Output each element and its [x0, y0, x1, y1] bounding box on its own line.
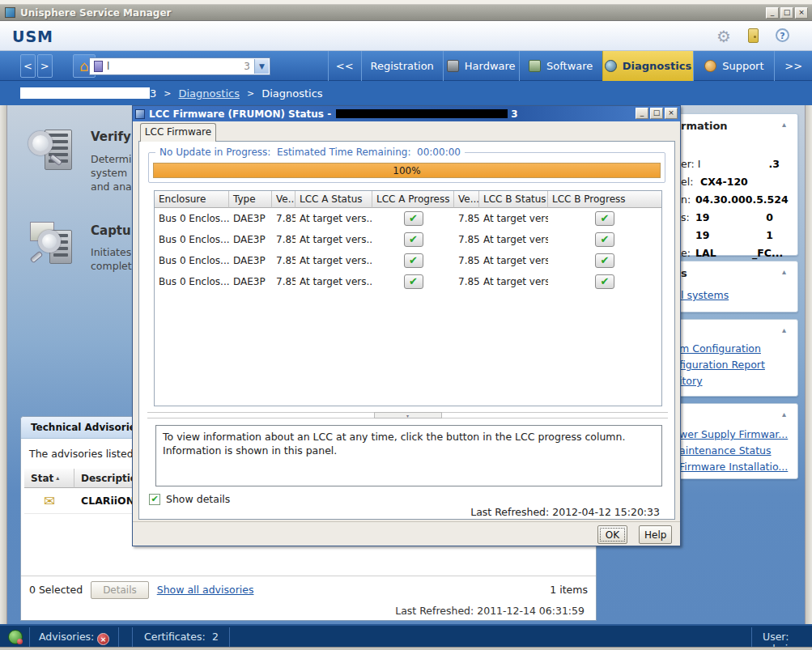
show-all-advisories-link[interactable]: Show all advisories — [157, 584, 254, 596]
minimize-button[interactable]: _ — [766, 7, 779, 19]
tab-hardware[interactable]: Hardware — [443, 51, 519, 81]
cell-enclosure: Bus 0 Enclos... — [155, 208, 229, 229]
lcc-b-progress-button[interactable]: ✔ — [595, 253, 614, 268]
collapse-arrow-icon[interactable]: ▴ — [782, 410, 786, 418]
col-version-a[interactable]: Ve... — [272, 191, 295, 208]
table-row[interactable]: Bus 0 Enclos... DAE3P 7.85 At target ver… — [155, 271, 661, 292]
verify-task-title[interactable]: Verify — [91, 130, 131, 144]
collapse-arrow-icon[interactable]: ▴ — [782, 120, 786, 129]
forward-button[interactable]: > — [37, 54, 53, 78]
update-status-label: No Update in Progress: Estimated Time Re… — [155, 147, 465, 158]
history-link[interactable]: itory — [679, 375, 703, 387]
close-button[interactable]: × — [795, 7, 808, 19]
dialog-maximize-button[interactable]: □ — [650, 108, 663, 119]
lcc-a-progress-button[interactable]: ✔ — [404, 232, 423, 247]
certificates-count: 2 — [212, 631, 219, 643]
power-supply-firmware-link[interactable]: wer Supply Firmwar... — [679, 428, 788, 440]
lcc-info-textbox: To view information about an LCC at any … — [155, 425, 662, 486]
envelope-icon: ✉ — [44, 493, 55, 509]
maintenance-status-link[interactable]: aintenance Status — [679, 444, 772, 457]
col-lcc-a-progress[interactable]: LCC A Progress — [372, 191, 454, 208]
lcc-a-progress-button[interactable]: ✔ — [404, 274, 423, 289]
lcc-a-progress-button[interactable]: ✔ — [404, 211, 423, 226]
cell-enclosure: Bus 0 Enclos... — [155, 250, 229, 271]
help-button[interactable]: Help — [639, 525, 672, 544]
advisories-error-icon[interactable]: × — [97, 630, 109, 645]
splitter-handle[interactable]: ▾ — [374, 412, 442, 418]
advisories-status-label[interactable]: Advisories: — [39, 631, 94, 643]
col-lcc-b-progress[interactable]: LCC B Progress — [548, 191, 661, 208]
hardware-icon — [447, 60, 459, 72]
lcc-b-progress-button[interactable]: ✔ — [595, 232, 614, 247]
advisories-last-refreshed: Last Refreshed: 2011-12-14 06:31:59 — [395, 605, 585, 617]
tabs-scroll-left-button[interactable]: << — [328, 51, 361, 81]
nav-toolbar: < > ⌂ l 3 ▼ << Registration Hardware Sof… — [0, 51, 812, 81]
capture-task-icon[interactable] — [28, 220, 75, 269]
lcc-b-progress-button[interactable]: ✔ — [595, 211, 614, 226]
window-titlebar[interactable]: Unisphere Service Manager _ □ × — [0, 5, 812, 21]
logout-door-icon[interactable] — [748, 28, 759, 43]
system-selector-combobox[interactable]: l 3 ▼ — [89, 57, 270, 75]
info-line3-value: 04.30.000.5.524 — [695, 193, 789, 206]
maximize-button[interactable]: □ — [780, 7, 793, 19]
lcc-b-progress-button[interactable]: ✔ — [595, 274, 614, 289]
cell-lcc-b-status: At target vers... — [479, 208, 548, 229]
all-systems-link[interactable]: l systems — [681, 289, 729, 301]
tabs-scroll-right-button[interactable]: >> — [774, 51, 812, 81]
tab-support[interactable]: Support — [693, 51, 774, 81]
table-row[interactable]: Bus 0 Enclos... DAE3P 7.85 At target ver… — [155, 208, 661, 229]
ok-button[interactable]: OK — [597, 525, 627, 544]
cell-lcc-a-status: At target vers... — [295, 208, 372, 229]
breadcrumb-separator: > — [164, 88, 171, 99]
table-row[interactable]: Bus 0 Enclos... DAE3P 7.85 At target ver… — [155, 229, 661, 250]
col-type[interactable]: Type — [229, 191, 272, 208]
dialog-minimize-button[interactable]: _ — [636, 108, 648, 119]
help-icon[interactable]: ? — [776, 28, 789, 42]
verify-task-icon[interactable] — [28, 128, 75, 176]
breadcrumb: 3 > Diagnostics > Diagnostics — [0, 81, 812, 105]
tab-lcc-firmware[interactable]: LCC Firmware — [140, 123, 216, 142]
table-row[interactable]: Bus 0 Enclos... DAE3P 7.85 At target ver… — [155, 250, 661, 271]
advisories-col-status[interactable]: Stat▴ — [24, 469, 74, 488]
system-configuration-link[interactable]: m Configuration — [679, 342, 761, 355]
cell-type: DAE3P — [229, 208, 272, 229]
window-frame-right[interactable] — [805, 105, 812, 624]
info-line5-value: 19 — [695, 229, 709, 241]
firmware-installation-link[interactable]: Firmware Installatio... — [679, 461, 788, 473]
dialog-titlebar[interactable]: LCC Firmware (FRUMON) Status - 3 _ □ × — [133, 106, 680, 121]
server-icon — [94, 61, 103, 72]
usm-logo: USM — [12, 28, 53, 45]
tab-software[interactable]: Software — [519, 51, 602, 81]
tab-diagnostics[interactable]: Diagnostics — [602, 51, 694, 81]
breadcrumb-separator: > — [247, 88, 254, 99]
col-lcc-a-status[interactable]: LCC A Status — [295, 191, 372, 208]
panel-splitter[interactable]: ▾ — [147, 412, 668, 418]
details-button[interactable]: Details — [91, 581, 149, 599]
magnifier-icon — [28, 131, 53, 155]
configuration-report-link[interactable]: figuration Report — [679, 359, 765, 371]
certificates-status-label[interactable]: Certificates: — [144, 631, 206, 643]
collapse-arrow-icon[interactable]: ▴ — [782, 267, 786, 276]
magnifier-handle — [30, 251, 44, 264]
connection-globe-icon[interactable] — [8, 630, 23, 644]
col-version-b[interactable]: Ve... — [454, 191, 479, 208]
show-details-checkbox[interactable]: ✔ — [149, 494, 160, 505]
lcc-firmware-status-dialog: LCC Firmware (FRUMON) Status - 3 _ □ × L… — [132, 105, 681, 546]
cell-type: DAE3P — [229, 271, 272, 292]
col-lcc-b-status[interactable]: LCC B Status — [479, 191, 548, 208]
gear-icon[interactable]: ⚙ — [716, 27, 731, 46]
dialog-close-button[interactable]: × — [665, 108, 678, 119]
capture-task-title[interactable]: Captu — [91, 223, 131, 238]
collapse-arrow-icon[interactable]: ▴ — [782, 325, 786, 334]
tab-registration[interactable]: Registration — [361, 51, 443, 81]
lcc-a-progress-button[interactable]: ✔ — [404, 253, 423, 268]
back-button[interactable]: < — [20, 54, 36, 78]
cell-version-b: 7.85 — [454, 271, 479, 292]
combobox-arrow-icon[interactable]: ▼ — [254, 59, 269, 74]
info-line5-value2: 1 — [766, 229, 773, 241]
info-line6-label: e: — [681, 247, 691, 259]
col-enclosure[interactable]: Enclosure — [155, 191, 229, 208]
advisories-footer: 0 Selected Details Show all advisories 1… — [21, 576, 596, 603]
breadcrumb-link-diagnostics[interactable]: Diagnostics — [179, 87, 240, 100]
info-line2-label: el: — [681, 176, 693, 188]
